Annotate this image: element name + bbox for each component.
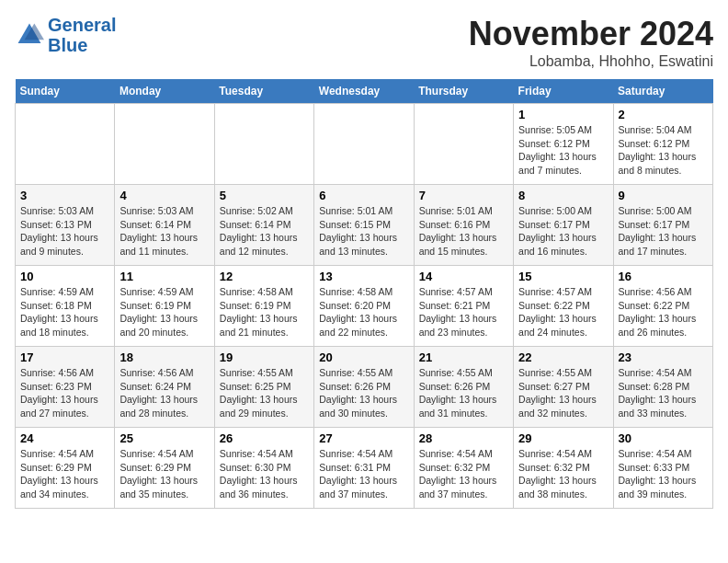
day-info: Sunrise: 4:54 AMSunset: 6:29 PMDaylight:…: [119, 447, 209, 501]
day-info: Sunrise: 5:03 AMSunset: 6:13 PMDaylight:…: [20, 204, 109, 259]
day-info: Sunrise: 4:58 AMSunset: 6:19 PMDaylight:…: [220, 285, 309, 339]
day-info: Sunrise: 4:54 AMSunset: 6:28 PMDaylight:…: [619, 366, 708, 420]
day-info: Sunrise: 4:55 AMSunset: 6:27 PMDaylight:…: [518, 366, 608, 420]
calendar-cell: [414, 104, 513, 185]
calendar-cell: 14Sunrise: 4:57 AMSunset: 6:21 PMDayligh…: [414, 266, 513, 347]
day-info: Sunrise: 4:54 AMSunset: 6:31 PMDaylight:…: [319, 447, 408, 501]
day-number: 2: [619, 108, 708, 121]
calendar-cell: 8Sunrise: 5:00 AMSunset: 6:17 PMDaylight…: [514, 185, 613, 266]
calendar-cell: 30Sunrise: 4:54 AMSunset: 6:33 PMDayligh…: [613, 428, 712, 509]
calendar-cell: 12Sunrise: 4:58 AMSunset: 6:19 PMDayligh…: [214, 266, 313, 347]
day-number: 1: [518, 108, 608, 121]
day-number: 11: [119, 270, 209, 283]
col-header-tuesday: Tuesday: [214, 79, 313, 104]
day-number: 18: [119, 350, 209, 364]
calendar-cell: 18Sunrise: 4:56 AMSunset: 6:24 PMDayligh…: [115, 347, 214, 428]
day-info: Sunrise: 4:54 AMSunset: 6:32 PMDaylight:…: [419, 447, 508, 501]
calendar-cell: 10Sunrise: 4:59 AMSunset: 6:18 PMDayligh…: [16, 266, 115, 347]
day-number: 5: [220, 189, 309, 202]
day-number: 27: [319, 431, 408, 445]
day-info: Sunrise: 4:56 AMSunset: 6:24 PMDaylight:…: [119, 366, 209, 420]
calendar-cell: 19Sunrise: 4:55 AMSunset: 6:25 PMDayligh…: [214, 347, 313, 428]
calendar-week-5: 24Sunrise: 4:54 AMSunset: 6:29 PMDayligh…: [16, 428, 713, 509]
col-header-sunday: Sunday: [16, 79, 115, 104]
location: Lobamba, Hhohho, Eswatini: [469, 53, 713, 70]
calendar-cell: 16Sunrise: 4:56 AMSunset: 6:22 PMDayligh…: [613, 266, 712, 347]
logo-blue: Blue: [48, 35, 116, 55]
day-number: 29: [518, 431, 608, 445]
day-info: Sunrise: 4:57 AMSunset: 6:22 PMDaylight:…: [518, 285, 608, 339]
day-number: 30: [619, 431, 708, 445]
day-info: Sunrise: 4:56 AMSunset: 6:22 PMDaylight:…: [619, 285, 708, 339]
day-number: 22: [518, 350, 608, 364]
logo: General Blue: [15, 15, 116, 55]
day-number: 3: [20, 189, 109, 202]
day-info: Sunrise: 4:54 AMSunset: 6:29 PMDaylight:…: [20, 447, 109, 501]
day-number: 28: [419, 431, 508, 445]
day-number: 7: [419, 189, 508, 202]
day-number: 19: [220, 350, 309, 364]
calendar-cell: 20Sunrise: 4:55 AMSunset: 6:26 PMDayligh…: [314, 347, 414, 428]
day-info: Sunrise: 4:56 AMSunset: 6:23 PMDaylight:…: [20, 366, 109, 420]
calendar-cell: 27Sunrise: 4:54 AMSunset: 6:31 PMDayligh…: [314, 428, 414, 509]
day-info: Sunrise: 4:58 AMSunset: 6:20 PMDaylight:…: [319, 285, 408, 339]
day-number: 4: [119, 189, 209, 202]
calendar-week-4: 17Sunrise: 4:56 AMSunset: 6:23 PMDayligh…: [16, 347, 713, 428]
day-info: Sunrise: 4:55 AMSunset: 6:25 PMDaylight:…: [220, 366, 309, 420]
calendar-cell: 24Sunrise: 4:54 AMSunset: 6:29 PMDayligh…: [16, 428, 115, 509]
title-area: November 2024 Lobamba, Hhohho, Eswatini: [469, 15, 713, 70]
day-info: Sunrise: 5:05 AMSunset: 6:12 PMDaylight:…: [518, 123, 608, 178]
col-header-monday: Monday: [115, 79, 214, 104]
day-number: 21: [419, 350, 508, 364]
day-info: Sunrise: 5:01 AMSunset: 6:16 PMDaylight:…: [419, 204, 508, 259]
day-number: 24: [20, 431, 109, 445]
calendar-cell: 6Sunrise: 5:01 AMSunset: 6:15 PMDaylight…: [314, 185, 414, 266]
calendar-cell: 15Sunrise: 4:57 AMSunset: 6:22 PMDayligh…: [514, 266, 613, 347]
calendar-cell: [115, 104, 214, 185]
day-info: Sunrise: 5:04 AMSunset: 6:12 PMDaylight:…: [619, 123, 708, 178]
day-number: 12: [220, 270, 309, 283]
calendar-cell: 21Sunrise: 4:55 AMSunset: 6:26 PMDayligh…: [414, 347, 513, 428]
day-number: 13: [319, 270, 408, 283]
calendar-cell: 1Sunrise: 5:05 AMSunset: 6:12 PMDaylight…: [514, 104, 613, 185]
calendar-cell: 7Sunrise: 5:01 AMSunset: 6:16 PMDaylight…: [414, 185, 513, 266]
calendar-week-2: 3Sunrise: 5:03 AMSunset: 6:13 PMDaylight…: [16, 185, 713, 266]
day-info: Sunrise: 4:57 AMSunset: 6:21 PMDaylight:…: [419, 285, 508, 339]
day-number: 10: [20, 270, 109, 283]
calendar-cell: 4Sunrise: 5:03 AMSunset: 6:14 PMDaylight…: [115, 185, 214, 266]
day-info: Sunrise: 4:55 AMSunset: 6:26 PMDaylight:…: [319, 366, 408, 420]
calendar-cell: 17Sunrise: 4:56 AMSunset: 6:23 PMDayligh…: [16, 347, 115, 428]
col-header-thursday: Thursday: [414, 79, 513, 104]
calendar-cell: 22Sunrise: 4:55 AMSunset: 6:27 PMDayligh…: [514, 347, 613, 428]
day-info: Sunrise: 5:02 AMSunset: 6:14 PMDaylight:…: [220, 204, 309, 259]
day-number: 8: [518, 189, 608, 202]
header: General Blue November 2024 Lobamba, Hhoh…: [15, 15, 713, 70]
day-info: Sunrise: 4:54 AMSunset: 6:33 PMDaylight:…: [619, 447, 708, 501]
calendar-cell: 11Sunrise: 4:59 AMSunset: 6:19 PMDayligh…: [115, 266, 214, 347]
calendar-cell: 29Sunrise: 4:54 AMSunset: 6:32 PMDayligh…: [514, 428, 613, 509]
calendar-cell: 23Sunrise: 4:54 AMSunset: 6:28 PMDayligh…: [613, 347, 712, 428]
calendar-cell: 13Sunrise: 4:58 AMSunset: 6:20 PMDayligh…: [314, 266, 414, 347]
day-info: Sunrise: 4:59 AMSunset: 6:18 PMDaylight:…: [20, 285, 109, 339]
calendar-table: SundayMondayTuesdayWednesdayThursdayFrid…: [15, 79, 713, 509]
day-number: 14: [419, 270, 508, 283]
calendar-cell: 2Sunrise: 5:04 AMSunset: 6:12 PMDaylight…: [613, 104, 712, 185]
day-info: Sunrise: 5:03 AMSunset: 6:14 PMDaylight:…: [119, 204, 209, 259]
day-number: 15: [518, 270, 608, 283]
day-number: 26: [220, 431, 309, 445]
calendar-cell: 25Sunrise: 4:54 AMSunset: 6:29 PMDayligh…: [115, 428, 214, 509]
day-info: Sunrise: 5:00 AMSunset: 6:17 PMDaylight:…: [518, 204, 608, 259]
calendar-header-row: SundayMondayTuesdayWednesdayThursdayFrid…: [16, 79, 713, 104]
col-header-saturday: Saturday: [613, 79, 712, 104]
day-number: 20: [319, 350, 408, 364]
day-info: Sunrise: 4:59 AMSunset: 6:19 PMDaylight:…: [119, 285, 209, 339]
calendar-cell: 9Sunrise: 5:00 AMSunset: 6:17 PMDaylight…: [613, 185, 712, 266]
day-info: Sunrise: 5:01 AMSunset: 6:15 PMDaylight:…: [319, 204, 408, 259]
month-title: November 2024: [469, 15, 713, 53]
logo-icon: [15, 20, 44, 50]
day-number: 25: [119, 431, 209, 445]
day-info: Sunrise: 4:54 AMSunset: 6:30 PMDaylight:…: [220, 447, 309, 501]
col-header-wednesday: Wednesday: [314, 79, 414, 104]
calendar-cell: [314, 104, 414, 185]
logo-general: General: [48, 15, 116, 35]
